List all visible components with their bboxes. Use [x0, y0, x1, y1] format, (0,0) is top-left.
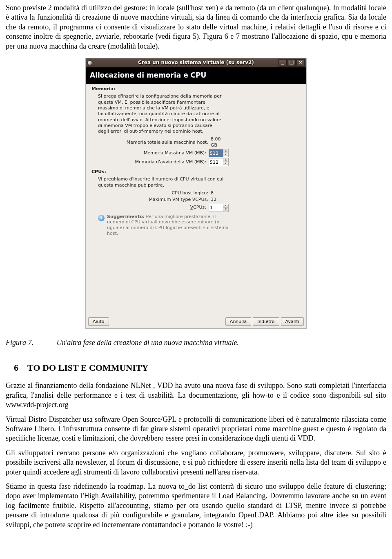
spinner-down-icon[interactable]: ▾: [223, 153, 228, 156]
vcpus-input[interactable]: [209, 204, 223, 212]
section-title: TO DO LIST E COMMUNITY: [27, 363, 148, 373]
memory-total-value: 8.00 GB: [211, 136, 229, 148]
vcpus-label: VCPUs:: [190, 205, 206, 210]
memory-section-label: Memoria:: [86, 84, 306, 93]
dialog-header: Allocazione di memoria e CPU: [86, 67, 306, 84]
dialog-title: Crea un nuovo sistema virtuale (su serv2…: [86, 60, 306, 66]
dialog-content: Allocazione di memoria e CPU Memoria: Si…: [86, 67, 306, 328]
body-paragraph-1: Grazie al finanziamento della fondazione…: [6, 381, 386, 410]
cpu-max-label: Maximum VM type VCPUs:: [149, 197, 208, 203]
intro-paragraph: Sono previste 2 modalità di utilizzo del…: [6, 3, 386, 51]
figure-label: Figura 7.: [6, 338, 55, 347]
memory-max-spinner[interactable]: ▴ ▾: [209, 149, 229, 157]
memory-max-input[interactable]: [209, 149, 223, 157]
dialog-window: Crea un nuovo sistema virtuale (su serv2…: [86, 58, 306, 328]
cpu-max-value: 32: [211, 197, 229, 203]
body-paragraph-3: Gli sviluppatori cercano persone e/o org…: [6, 448, 386, 477]
spinner-down-icon[interactable]: ▾: [223, 208, 228, 211]
memory-info-text: Si prega d'inserire la configurazione de…: [86, 93, 225, 136]
section-number: 6: [14, 362, 25, 374]
figure-caption-text: Un'altra fase della creazione di una nuo…: [57, 339, 239, 347]
dialog-titlebar[interactable]: Crea un nuovo sistema virtuale (su serv2…: [86, 58, 306, 67]
body-paragraph-4: Stiamo in questa fase ridefinendo la roa…: [6, 482, 386, 530]
dialog-button-bar: Aiuto Annulla Indietro Avanti: [86, 316, 306, 328]
back-button[interactable]: Indietro: [253, 317, 279, 326]
spinner-down-icon[interactable]: ▾: [223, 162, 228, 165]
forward-button[interactable]: Avanti: [281, 317, 304, 326]
cpu-host-value: 8: [211, 190, 229, 196]
memory-max-label: Memoria Massima VM (MB):: [144, 150, 206, 156]
memory-total-label: Memoria totale sulla macchina host:: [127, 140, 208, 145]
memory-start-label: Memoria d'avvio della VM (MB):: [135, 159, 206, 165]
memory-start-spinner[interactable]: ▴ ▾: [209, 158, 229, 166]
figure-caption: Figura 7. Un'altra fase della creazione …: [6, 338, 386, 347]
cpus-info-text: Vi preghiamo d'inserire il numero di CPU…: [86, 176, 225, 190]
memory-start-input[interactable]: [209, 158, 223, 166]
cpus-section-label: CPUs:: [86, 167, 306, 176]
info-icon: i: [98, 215, 105, 221]
help-button[interactable]: Aiuto: [88, 317, 109, 326]
cancel-button[interactable]: Annulla: [225, 317, 251, 326]
cpu-hint: i Suggerimento: Per una migliore prestaz…: [86, 212, 233, 238]
cpu-host-label: CPU host logico:: [172, 190, 208, 196]
section-heading: 6 TO DO LIST E COMMUNITY: [14, 362, 386, 374]
vcpus-spinner[interactable]: ▴ ▾: [209, 204, 229, 212]
body-paragraph-2: Virtual Distro Dispatcher usa software O…: [6, 415, 386, 443]
